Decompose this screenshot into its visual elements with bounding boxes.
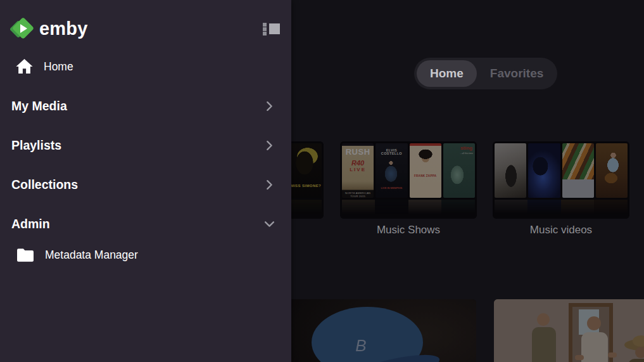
poster-collage: RUSH R40 LIVE NORTH AMERICAN TOUR 2015 E… bbox=[342, 143, 475, 198]
poster-miss-simone: MISS SIMONE? bbox=[290, 143, 322, 198]
home-favorites-tabs: Home Favorites bbox=[414, 58, 557, 89]
emby-logo-text: emby bbox=[39, 18, 88, 39]
chevron-right-icon bbox=[264, 140, 275, 151]
home-icon bbox=[16, 59, 33, 74]
library-label-music-videos: Music videos bbox=[493, 224, 629, 236]
poster-title: FRANK ZAPPA bbox=[410, 175, 441, 178]
poster-subtitle: LIVE bbox=[342, 167, 374, 172]
pin-drawer-icon bbox=[269, 23, 280, 34]
poster-bw-scene bbox=[495, 143, 526, 198]
poster-title: sting bbox=[443, 146, 475, 151]
poster-striped-art bbox=[562, 143, 594, 198]
poster-blue-scene bbox=[528, 143, 560, 198]
tile-reflection bbox=[342, 200, 475, 217]
library-tile-music-videos[interactable] bbox=[493, 141, 629, 219]
nav-drawer: emby Home My Media Playlists bbox=[0, 0, 291, 362]
room-scene-image bbox=[494, 299, 644, 362]
sidebar-item-playlists[interactable]: Playlists bbox=[0, 131, 291, 159]
tab-favorites[interactable]: Favorites bbox=[477, 60, 557, 87]
sidebar-item-home[interactable]: Home bbox=[0, 51, 291, 82]
poster-sting: sting ...all this time bbox=[443, 143, 475, 198]
sidebar-item-label: Home bbox=[44, 60, 73, 74]
poster-title: RUSH bbox=[342, 148, 374, 157]
sidebar-item-label: Metadata Manager bbox=[45, 249, 138, 262]
sidebar-item-metadata-manager[interactable]: Metadata Manager bbox=[0, 240, 291, 270]
sidebar-section-label: Collections bbox=[11, 178, 78, 192]
poster-frank-zappa: FRANK ZAPPA bbox=[410, 143, 441, 198]
poster-guitarist bbox=[596, 143, 628, 198]
poster-rush: RUSH R40 LIVE NORTH AMERICAN TOUR 2015 bbox=[342, 143, 374, 198]
sidebar-section-label: Admin bbox=[11, 217, 50, 231]
poster-elvis-costello: ELVIS COSTELLO LIVE IN MEMPHIS bbox=[376, 143, 407, 198]
sidebar-item-my-media[interactable]: My Media bbox=[0, 92, 291, 120]
poster-subtitle: R40 bbox=[342, 160, 374, 167]
media-thumb-room-scene[interactable] bbox=[494, 299, 644, 362]
library-tile-music-shows[interactable]: RUSH R40 LIVE NORTH AMERICAN TOUR 2015 E… bbox=[340, 141, 477, 219]
sidebar-section-label: My Media bbox=[11, 99, 67, 113]
tile-reflection bbox=[495, 200, 628, 217]
chevron-right-icon bbox=[264, 179, 275, 190]
play-icon bbox=[20, 24, 27, 33]
tab-home[interactable]: Home bbox=[417, 60, 477, 87]
emby-app: Home Favorites MISS SIMONE? RUSH R40 LIV bbox=[0, 0, 644, 362]
emby-logo: emby bbox=[10, 16, 88, 41]
sidebar-item-admin[interactable]: Admin bbox=[0, 210, 291, 238]
poster-title: ELVIS COSTELLO bbox=[376, 149, 407, 157]
folder-icon bbox=[17, 249, 34, 262]
poster-subtitle: ...all this time bbox=[443, 153, 475, 155]
poster-title: MISS SIMONE? bbox=[290, 184, 322, 188]
sidebar-section-label: Playlists bbox=[11, 138, 61, 153]
emby-logo-icon bbox=[10, 16, 34, 41]
poster-collage bbox=[495, 143, 628, 198]
chevron-right-icon bbox=[264, 101, 275, 112]
poster-footer: NORTH AMERICAN TOUR 2015 bbox=[342, 192, 374, 197]
media-thumb-baseball-player[interactable]: B bbox=[267, 299, 476, 362]
poster-subtitle: LIVE IN MEMPHIS bbox=[376, 187, 407, 190]
baseball-player-image: B bbox=[267, 299, 476, 362]
sidebar-item-collections[interactable]: Collections bbox=[0, 171, 291, 198]
pin-drawer-button[interactable] bbox=[262, 21, 280, 37]
cap-letter: B bbox=[355, 336, 366, 355]
library-label-music-shows: Music Shows bbox=[340, 224, 477, 236]
chevron-down-icon bbox=[264, 219, 275, 229]
